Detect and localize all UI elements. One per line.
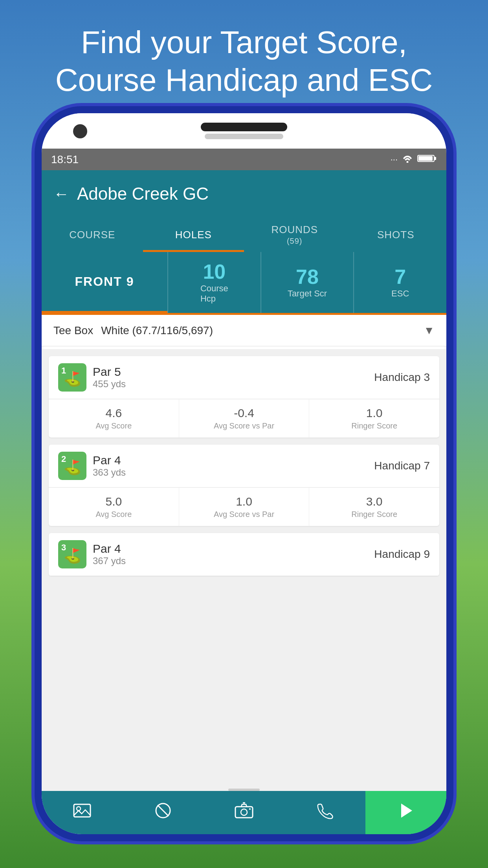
hole-3-number: 3 [61, 542, 66, 553]
tee-box-row[interactable]: Tee Box White (67.7/116/5,697) ▼ [42, 315, 446, 346]
tee-box-label: Tee Box [53, 324, 93, 337]
hole-card-2[interactable]: 2 ⛳ Par 4 363 yds Handicap 7 5.0 Avg Sco… [49, 445, 439, 526]
hole-1-avg-vs-par: -0.4 Avg Score vs Par [179, 399, 310, 438]
svg-marker-13 [401, 804, 412, 818]
phone-top [42, 113, 446, 149]
app-title: Adobe Creek GC [77, 184, 209, 204]
hole-2-stats: 5.0 Avg Score 1.0 Avg Score vs Par 3.0 R… [49, 487, 439, 526]
hole-3-header: 3 ⛳ Par 4 367 yds Handicap 9 [49, 533, 439, 576]
status-icons: ··· [391, 154, 437, 165]
status-bar: 18:51 ··· [42, 149, 446, 170]
hole-2-badge-wrap: 2 ⛳ Par 4 363 yds [58, 452, 126, 480]
hole-2-par: Par 4 [93, 454, 126, 467]
tab-rounds[interactable]: ROUNDS (59) [244, 217, 345, 252]
phone-frame: 18:51 ··· ← Adobe Creek GC [35, 106, 453, 841]
hole-3-badge-wrap: 3 ⛳ Par 4 367 yds [58, 540, 126, 568]
tag-icon [154, 802, 172, 823]
target-score-label: Target Scr [288, 289, 327, 299]
side-button-left-2 [37, 255, 42, 290]
course-hcp-value: 10 [203, 261, 226, 282]
back-button[interactable]: ← [53, 185, 69, 203]
tee-box-select[interactable]: White (67.7/116/5,697) ▼ [101, 324, 435, 337]
esc-label: ESC [391, 289, 409, 299]
bottom-swipe-handle [228, 789, 260, 791]
hole-3-badge: 3 ⛳ [58, 540, 86, 568]
tab-holes[interactable]: HOLES [143, 217, 244, 252]
wifi-icon: ··· [391, 154, 398, 165]
hole-card-3[interactable]: 3 ⛳ Par 4 367 yds Handicap 9 [49, 533, 439, 576]
hero-title: Find your Target Score, Course Handicap … [0, 24, 488, 99]
score-bar: FRONT 9 10 CourseHcp 78 Target Scr 7 ESC [42, 252, 446, 315]
svg-rect-3 [418, 156, 433, 161]
hole-2-ringer: 3.0 Ringer Score [309, 488, 439, 526]
earpiece [201, 123, 287, 131]
front9-label: FRONT 9 [42, 252, 167, 313]
tab-shots[interactable]: SHOTS [345, 217, 447, 252]
hole-2-yds: 363 yds [93, 467, 126, 478]
hole-1-number: 1 [61, 366, 66, 376]
course-hcp-cell: 10 CourseHcp [167, 252, 261, 313]
svg-rect-4 [74, 804, 90, 817]
camera-dot [73, 124, 87, 138]
nav-tag-button[interactable] [123, 791, 204, 834]
side-button-left-1 [37, 223, 42, 243]
tab-course[interactable]: COURSE [42, 217, 143, 252]
speaker-bar [205, 134, 283, 139]
nav-play-button[interactable] [365, 791, 446, 834]
hero-section: Find your Target Score, Course Handicap … [0, 24, 488, 99]
hole-2-info: Par 4 363 yds [93, 454, 126, 478]
hole-2-avg-vs-par: 1.0 Avg Score vs Par [179, 488, 310, 526]
svg-point-9 [241, 809, 247, 815]
hole-1-yds: 455 yds [93, 379, 126, 390]
dropdown-arrow-icon: ▼ [424, 324, 435, 337]
nav-gallery-button[interactable] [42, 791, 123, 834]
hole-1-handicap: Handicap 3 [374, 371, 430, 384]
hole-2-number: 2 [61, 454, 66, 464]
battery-icon [417, 154, 437, 165]
esc-cell: 7 ESC [353, 252, 446, 313]
nav-phone-button[interactable] [284, 791, 365, 834]
tabs-bar: COURSE HOLES ROUNDS (59) SHOTS [42, 217, 446, 252]
status-time: 18:51 [51, 153, 79, 166]
hole-1-avg-score: 4.6 Avg Score [49, 399, 179, 438]
signal-icon [402, 154, 413, 165]
svg-line-7 [158, 805, 169, 816]
hole-3-info: Par 4 367 yds [93, 542, 126, 566]
svg-rect-2 [434, 157, 436, 160]
nav-camera-button[interactable] [204, 791, 284, 834]
tee-box-value: White (67.7/116/5,697) [101, 324, 213, 337]
phone-icon [316, 802, 334, 823]
hole-3-flag-icon: ⛳ [64, 548, 81, 564]
hole-2-badge: 2 ⛳ [58, 452, 86, 480]
hole-1-stats: 4.6 Avg Score -0.4 Avg Score vs Par 1.0 … [49, 399, 439, 438]
hole-1-badge-wrap: 1 ⛳ Par 5 455 yds [58, 363, 126, 392]
hole-3-par: Par 4 [93, 542, 126, 555]
holes-list: 1 ⛳ Par 5 455 yds Handicap 3 4.6 Avg Sco… [42, 349, 446, 791]
hole-1-par: Par 5 [93, 365, 126, 379]
target-score-cell: 78 Target Scr [261, 252, 354, 313]
svg-point-0 [407, 161, 409, 163]
bottom-nav [42, 791, 446, 834]
hole-2-avg-score: 5.0 Avg Score [49, 488, 179, 526]
hole-2-flag-icon: ⛳ [64, 459, 81, 476]
hole-2-handicap: Handicap 7 [374, 460, 430, 472]
hole-3-yds: 367 yds [93, 555, 126, 566]
hole-3-handicap: Handicap 9 [374, 548, 430, 561]
camera-icon [234, 802, 254, 823]
side-button-left-3 [37, 298, 42, 333]
gallery-icon [72, 802, 92, 823]
hole-1-info: Par 5 455 yds [93, 365, 126, 390]
play-icon [398, 802, 414, 823]
hole-1-badge: 1 ⛳ [58, 363, 86, 392]
hole-2-header: 2 ⛳ Par 4 363 yds Handicap 7 [49, 445, 439, 487]
target-score-value: 78 [296, 267, 319, 287]
hole-card-1[interactable]: 1 ⛳ Par 5 455 yds Handicap 3 4.6 Avg Sco… [49, 356, 439, 438]
hole-1-ringer: 1.0 Ringer Score [309, 399, 439, 438]
hole-1-header: 1 ⛳ Par 5 455 yds Handicap 3 [49, 356, 439, 399]
hole-1-flag-icon: ⛳ [64, 371, 81, 387]
svg-point-10 [249, 808, 251, 810]
side-button-right [446, 263, 451, 294]
app-header: ← Adobe Creek GC [42, 170, 446, 217]
course-hcp-label: CourseHcp [200, 283, 228, 304]
esc-value: 7 [394, 267, 406, 287]
